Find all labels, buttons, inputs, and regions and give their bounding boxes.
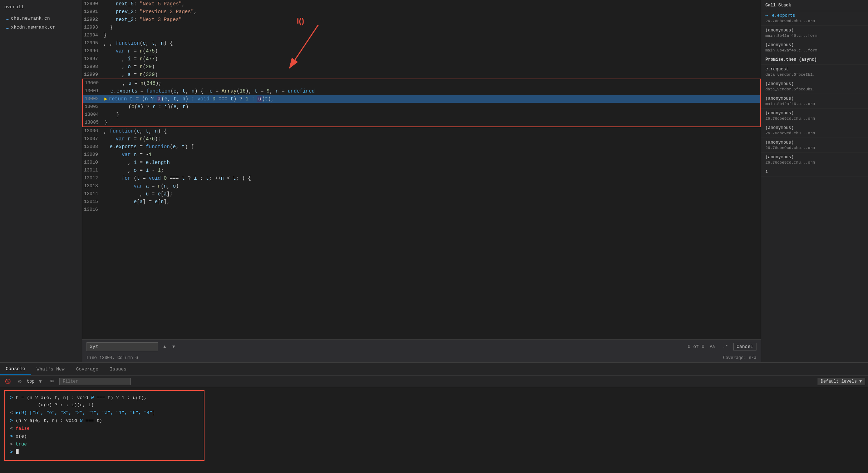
sidebar-item-label-2: xkcdn.newrank.cn xyxy=(11,25,55,30)
eye-icon-btn[interactable]: 👁 xyxy=(48,378,56,385)
cs-name-2: (anonymous) xyxy=(765,43,864,48)
search-options: ▲ ▼ xyxy=(161,343,177,350)
code-line-12991: 12991 prev_3: "Previous 3 Pages", xyxy=(82,8,761,16)
cs-location-9: 26.76cbe9cd.chu...orm xyxy=(765,146,864,150)
tab-issues[interactable]: Issues xyxy=(104,364,132,375)
console-stop-btn[interactable]: ⊘ xyxy=(16,378,24,385)
search-cancel[interactable]: Cancel xyxy=(733,343,756,350)
code-line-12992: 12992 next_3: "Next 3 Pages" xyxy=(82,16,761,24)
cs-name-5: (anonymous) xyxy=(765,81,864,86)
code-scroll-area[interactable]: i() 12990 next_5: "Next xyxy=(82,0,761,339)
code-line-12996: 12996 var r = n(475) xyxy=(82,47,761,55)
sidebar-item-chs[interactable]: ☁ chs.newrank.cn xyxy=(0,14,82,23)
cs-location-4: data_vendor.5fbce3b1. xyxy=(765,73,864,77)
sidebar-section: ☁ chs.newrank.cn ☁ xkcdn.newrank.cn xyxy=(0,11,82,35)
console-text-0: t = (n ? a(e, t, n) : void 0 === t) ? 1 … xyxy=(16,394,147,409)
code-line-13009: 13009 var n = -1 xyxy=(82,151,761,159)
code-line-13014: 13014 , u = e[a]; xyxy=(82,190,761,198)
top-dropdown-btn[interactable]: ▼ xyxy=(36,378,45,385)
search-nav-down[interactable]: ▼ xyxy=(170,343,177,350)
code-line-13007: 13007 var r = n(476); xyxy=(82,135,761,143)
cs-arrow-icon: → xyxy=(765,13,768,18)
console-cursor xyxy=(16,449,19,454)
main-area: overall ☁ chs.newrank.cn ☁ xkcdn.newrank… xyxy=(0,0,868,362)
call-stack-item-3[interactable]: Promise.then (async) xyxy=(761,55,868,65)
code-line-13000: 13000 , u = n(348); xyxy=(82,79,761,87)
call-stack-item-0[interactable]: → e.exports 26.76cbe9cd.chu...orm xyxy=(761,11,868,26)
code-line-12990: 12990 next_5: "Next 5 Pages", xyxy=(82,0,761,8)
call-stack-item-2[interactable]: (anonymous) main.8b42af46.c...form xyxy=(761,40,868,55)
call-stack-item-6[interactable]: (anonymous) main.8b42af46.c...orm xyxy=(761,94,868,109)
console-entry-1: < ▶(9) ["5", "e", "3", "2", "f", "a", "1… xyxy=(10,409,199,417)
levels-dropdown[interactable]: Default levels ▼ xyxy=(818,378,865,385)
call-stack-item-1[interactable]: (anonymous) main.8b42af46.c...form xyxy=(761,26,868,40)
call-stack-header: Call Stack xyxy=(761,0,868,11)
cs-location-10: 26.76cbe9cd.chu...orm xyxy=(765,160,864,165)
console-entry-0: > t = (n ? a(e, t, n) : void 0 === t) ? … xyxy=(10,394,199,409)
code-line-13005: 13005 } xyxy=(82,119,761,127)
search-regex[interactable]: .* xyxy=(720,343,730,350)
code-lines: 12990 next_5: "Next 5 Pages", 12991 prev… xyxy=(82,0,761,214)
cs-name-11: i xyxy=(765,169,864,174)
code-line-13002: 13002 ▶return t = (n ? a(e, t, n) : void… xyxy=(82,95,761,103)
code-line-12994: 12994 } xyxy=(82,31,761,39)
search-nav-up[interactable]: ▲ xyxy=(161,343,168,350)
cs-name-1: (anonymous) xyxy=(765,28,864,33)
call-stack-item-4[interactable]: c.request data_vendor.5fbce3b1. xyxy=(761,65,868,79)
code-line-13004: 13004 } xyxy=(82,111,761,119)
cs-location-7: 26.76cbe9cd.chu...orm xyxy=(765,116,864,121)
search-match-case[interactable]: Aa xyxy=(707,343,717,350)
sidebar-item-xk[interactable]: ☁ xkcdn.newrank.cn xyxy=(0,23,82,32)
tab-console[interactable]: Console xyxy=(0,363,31,375)
cs-name-9: (anonymous) xyxy=(765,140,864,145)
code-line-13006: 13006 , function(e, t, n) { xyxy=(82,127,761,135)
call-stack-item-7[interactable]: (anonymous) 26.76cbe9cd.chu...orm xyxy=(761,109,868,123)
code-line-12995: 12995 , , function(e, t, n) { xyxy=(82,39,761,47)
code-line-13010: 13010 , i = e.length xyxy=(82,159,761,166)
tab-whats-new[interactable]: What's New xyxy=(31,364,70,375)
call-stack-item-5[interactable]: (anonymous) data_vendor.5fbce3b1. xyxy=(761,79,868,94)
cs-name-0: → e.exports xyxy=(765,13,864,18)
console-text-5: true xyxy=(16,441,27,448)
console-text-1: ▶(9) ["5", "e", "3", "2", "f", "a", "1",… xyxy=(16,409,155,417)
status-position: Line 13004, Column 6 xyxy=(87,355,138,360)
console-cursor-prefix: > xyxy=(10,449,13,456)
console-prefix-2: > xyxy=(10,417,13,424)
code-line-13008: 13008 e.exports = function(e, t) { xyxy=(82,143,761,151)
status-bar: Line 13004, Column 6 Coverage: n/a xyxy=(82,354,761,362)
cs-location-8: 26.76cbe9cd.chu...orm xyxy=(765,131,864,135)
sidebar-item-label-1: chs.newrank.cn xyxy=(11,16,50,21)
console-filter-input[interactable] xyxy=(59,378,131,385)
code-line-12999: 12999 , a = n(339) xyxy=(82,71,761,79)
bottom-panel: Console What's New Coverage Issues 🚫 ⊘ t… xyxy=(0,362,868,473)
console-entry-cursor[interactable]: > xyxy=(10,449,199,456)
code-line-13013: 13013 var a = r(n, o) xyxy=(82,182,761,190)
code-line-12993: 12993 } xyxy=(82,24,761,31)
search-input[interactable] xyxy=(87,342,158,351)
call-stack-item-11[interactable]: i xyxy=(761,167,868,177)
cloud-icon-2: ☁ xyxy=(6,24,9,30)
console-prefix-1: < xyxy=(10,409,13,417)
tab-coverage[interactable]: Coverage xyxy=(70,364,104,375)
call-stack-item-8[interactable]: (anonymous) 26.76cbe9cd.chu...orm xyxy=(761,123,868,138)
console-entry-3: < false xyxy=(10,425,199,432)
cs-location-2: main.8b42af46.c...form xyxy=(765,48,864,53)
cs-location-0: 26.76cbe9cd.chu...orm xyxy=(765,19,864,23)
code-line-13016: 13016 xyxy=(82,206,761,214)
call-stack-item-9[interactable]: (anonymous) 26.76cbe9cd.chu...orm xyxy=(761,138,868,153)
console-toolbar: 🚫 ⊘ top ▼ 👁 Default levels ▼ xyxy=(0,376,868,387)
status-coverage: Coverage: n/a xyxy=(723,355,756,360)
code-line-13003: 13003 (o(e) ? r : i)(e, t) xyxy=(82,103,761,111)
cs-name-7: (anonymous) xyxy=(765,111,864,116)
code-line-13001: 13001 e.exports = function(e, t, n) { e … xyxy=(82,87,761,95)
top-selector-wrapper: top ▼ xyxy=(27,378,45,385)
console-entry-2: > (n ? a(e, t, n) : void 0 === t) xyxy=(10,417,199,424)
console-text-3: false xyxy=(16,425,30,432)
console-prefix-5: < xyxy=(10,441,13,448)
cs-location-5: data_vendor.5fbce3b1. xyxy=(765,87,864,91)
cs-name-6: (anonymous) xyxy=(765,96,864,101)
console-clear-btn[interactable]: 🚫 xyxy=(3,378,13,385)
cloud-icon-1: ☁ xyxy=(6,15,9,21)
call-stack-item-10[interactable]: (anonymous) 26.76cbe9cd.chu...orm xyxy=(761,153,868,167)
console-prefix-3: < xyxy=(10,425,13,432)
